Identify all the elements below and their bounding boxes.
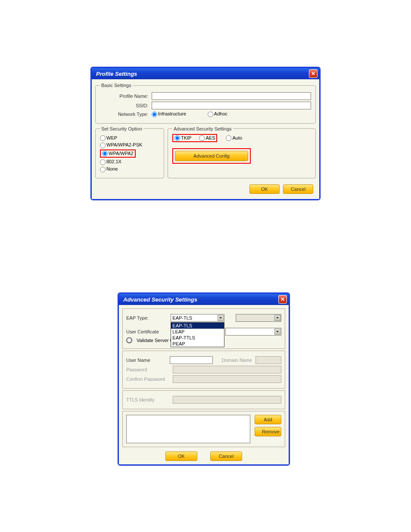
wpa-radio[interactable]: WPA/WPA2 bbox=[102, 151, 134, 157]
username-input[interactable] bbox=[170, 356, 213, 364]
server-list-panel: Add Remove bbox=[122, 411, 285, 447]
close-icon[interactable]: ✕ bbox=[278, 295, 287, 304]
ssid-label: SSID: bbox=[100, 103, 152, 108]
auto-radio[interactable]: Auto bbox=[226, 135, 242, 141]
cipher-highlight: TKIP AES bbox=[172, 134, 217, 143]
ttls-panel: TTLS Identity bbox=[122, 390, 285, 409]
advanced-security-dialog: Advanced Security Settings ✕ EAP Type: E… bbox=[118, 292, 290, 466]
wep-radio[interactable]: WEP bbox=[100, 135, 117, 141]
ok-button[interactable]: OK bbox=[249, 184, 280, 194]
dialog-body: EAP Type: EAP-TLS EAP-TLS LEAP EAP-TTLS … bbox=[119, 305, 289, 464]
chevron-down-icon[interactable] bbox=[218, 315, 224, 321]
eap-type-combo[interactable]: EAP-TLS EAP-TLS LEAP EAP-TTLS PEAP bbox=[171, 314, 224, 322]
validate-server-radio-icon[interactable] bbox=[126, 337, 132, 343]
tkip-radio[interactable]: TKIP bbox=[174, 135, 191, 141]
security-option-fieldset: Set Security Option WEP WPA/WPA2-PSK WPA… bbox=[95, 126, 164, 178]
aes-radio[interactable]: AES bbox=[199, 135, 215, 141]
eap-panel: EAP Type: EAP-TLS EAP-TLS LEAP EAP-TTLS … bbox=[122, 308, 285, 349]
basic-settings-fieldset: Basic Settings Profile Name: SSID: Netwo… bbox=[95, 83, 316, 124]
eap-option[interactable]: EAP-TLS bbox=[171, 323, 224, 329]
profile-settings-dialog: Profile Settings ✕ Basic Settings Profil… bbox=[90, 67, 321, 200]
advanced-config-button[interactable]: Advanced Config bbox=[175, 151, 248, 161]
infrastructure-radio[interactable]: Infrastructure bbox=[152, 111, 186, 117]
close-icon[interactable]: ✕ bbox=[309, 69, 318, 78]
eap-option[interactable]: EAP-TTLS bbox=[171, 335, 224, 341]
cancel-button[interactable]: Cancel bbox=[210, 451, 242, 461]
profile-name-input[interactable] bbox=[152, 92, 311, 100]
remove-button[interactable]: Remove bbox=[255, 427, 281, 436]
advanced-legend: Advanced Security Settings bbox=[172, 126, 233, 131]
ok-button[interactable]: OK bbox=[165, 451, 197, 461]
password-input bbox=[173, 366, 281, 373]
dialog-title: Advanced Security Settings bbox=[123, 296, 197, 303]
dialog-body: Basic Settings Profile Name: SSID: Netwo… bbox=[92, 79, 319, 199]
chevron-down-icon[interactable] bbox=[274, 329, 280, 335]
eap-type-dropdown: EAP-TLS LEAP EAP-TTLS PEAP bbox=[171, 322, 224, 347]
password-label: Password bbox=[126, 367, 169, 372]
domain-input bbox=[255, 356, 281, 364]
add-button[interactable]: Add bbox=[255, 415, 281, 424]
advanced-security-fieldset: Advanced Security Settings TKIP AES Auto… bbox=[168, 126, 316, 178]
credentials-panel: User Name Domain Name Password Confirm P… bbox=[122, 351, 285, 389]
title-bar[interactable]: Profile Settings ✕ bbox=[92, 68, 319, 79]
none-radio[interactable]: None bbox=[100, 166, 118, 172]
server-listbox[interactable] bbox=[126, 415, 250, 443]
dialog-title: Profile Settings bbox=[96, 71, 137, 77]
tunnel-combo bbox=[236, 314, 281, 322]
domain-label: Domain Name bbox=[216, 358, 252, 363]
ttls-identity-label: TTLS Identity bbox=[126, 397, 169, 402]
basic-legend: Basic Settings bbox=[100, 83, 133, 88]
chevron-down-icon bbox=[274, 315, 280, 321]
user-certificate-label: User Certificate bbox=[126, 329, 169, 334]
adhoc-radio[interactable]: Adhoc bbox=[208, 111, 227, 117]
advanced-config-highlight: Advanced Config bbox=[172, 148, 251, 164]
ssid-input[interactable] bbox=[152, 102, 311, 109]
security-legend: Set Security Option bbox=[100, 126, 143, 131]
eap-type-label: EAP Type: bbox=[126, 315, 167, 320]
user-certificate-combo[interactable] bbox=[225, 328, 281, 336]
title-bar[interactable]: Advanced Security Settings ✕ bbox=[119, 294, 289, 305]
profile-name-label: Profile Name: bbox=[100, 93, 152, 99]
confirm-password-input bbox=[173, 375, 281, 383]
wpa-radio-highlight: WPA/WPA2 bbox=[100, 149, 136, 158]
wpa-psk-radio[interactable]: WPA/WPA2-PSK bbox=[100, 142, 142, 148]
eap-option[interactable]: LEAP bbox=[171, 329, 224, 335]
dot1x-radio[interactable]: 802.1X bbox=[100, 159, 121, 165]
network-type-label: Network Type: bbox=[100, 112, 152, 117]
eap-option[interactable]: PEAP bbox=[171, 341, 224, 347]
ttls-identity-input bbox=[173, 396, 281, 404]
cancel-button[interactable]: Cancel bbox=[283, 184, 313, 194]
username-label: User Name bbox=[126, 358, 166, 363]
confirm-password-label: Confirm Password bbox=[126, 376, 169, 382]
